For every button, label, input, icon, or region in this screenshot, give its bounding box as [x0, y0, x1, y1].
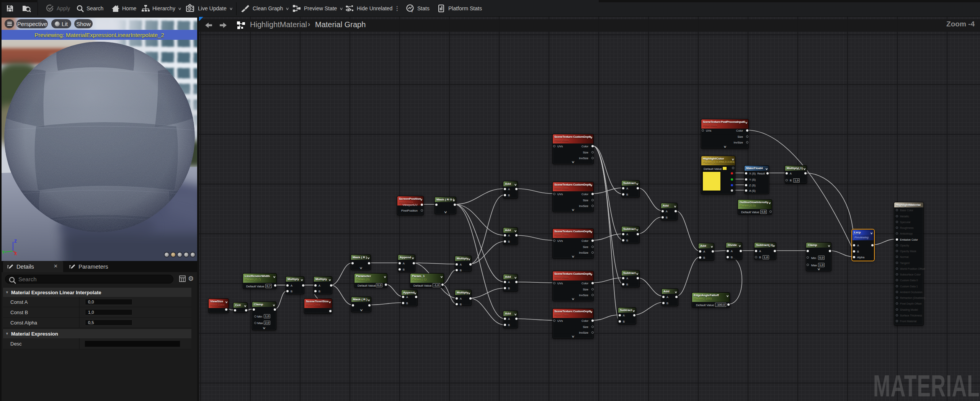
svg-text:Z: Z [14, 239, 17, 243]
svg-text:X: X [14, 251, 17, 256]
svg-text:i: i [412, 9, 413, 13]
svg-text:Y: Y [2, 250, 5, 254]
